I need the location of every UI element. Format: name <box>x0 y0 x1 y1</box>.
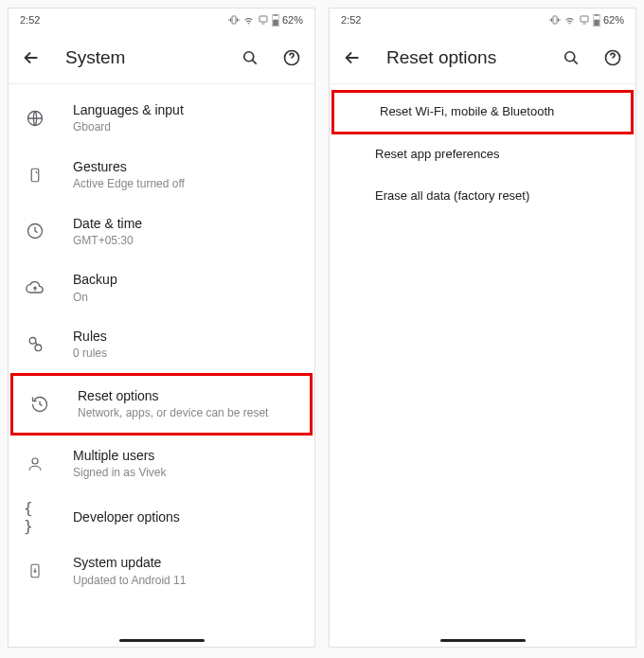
help-button[interactable] <box>280 46 303 69</box>
svg-rect-15 <box>581 16 588 22</box>
row-title: Gestures <box>73 158 299 175</box>
status-indicators: 62% <box>549 14 624 27</box>
row-title: Erase all data (factory reset) <box>375 188 620 205</box>
row-title: Date & time <box>73 215 299 232</box>
row-users[interactable]: Multiple users Signed in as Vivek <box>9 436 314 492</box>
row-sub: Network, apps, or device can be reset <box>78 406 295 421</box>
row-datetime[interactable]: Date & time GMT+05:30 <box>9 204 314 260</box>
row-title: Rules <box>73 328 299 345</box>
arrow-back-icon <box>342 47 363 68</box>
row-sub: Gboard <box>73 120 299 135</box>
status-time: 2:52 <box>20 14 40 26</box>
row-sub: On <box>73 291 299 306</box>
wifi-icon <box>242 14 255 27</box>
reset-list: Reset Wi-Fi, mobile & Bluetooth Reset ap… <box>330 84 635 647</box>
phone-system: 2:52 62% System Languages & input <box>8 8 315 648</box>
row-developer[interactable]: { } Developer options <box>9 491 314 542</box>
status-time: 2:52 <box>341 14 361 26</box>
status-bar: 2:52 62% <box>9 9 314 31</box>
row-title: Reset options <box>78 387 295 404</box>
search-icon <box>241 48 259 67</box>
row-rules[interactable]: Rules 0 rules <box>9 316 314 373</box>
svg-point-12 <box>32 458 38 464</box>
help-icon <box>603 48 622 67</box>
battery-percent: 62% <box>603 14 624 26</box>
search-icon <box>562 48 581 67</box>
header: System <box>9 31 314 84</box>
svg-rect-4 <box>273 19 278 25</box>
header: Reset options <box>330 31 635 84</box>
globe-icon <box>26 109 45 128</box>
help-button[interactable] <box>601 46 624 69</box>
svg-rect-1 <box>259 16 267 22</box>
row-sub: 0 rules <box>73 347 299 362</box>
restore-icon <box>30 395 49 414</box>
cloud-upload-icon <box>25 278 45 297</box>
row-title: Reset app preferences <box>375 147 620 163</box>
back-button[interactable] <box>20 46 43 69</box>
nav-pill[interactable] <box>440 639 526 642</box>
system-update-icon <box>27 560 43 581</box>
row-factory-reset[interactable]: Erase all data (factory reset) <box>330 176 635 218</box>
row-title: System update <box>73 554 299 571</box>
row-languages[interactable]: Languages & input Gboard <box>9 90 314 147</box>
row-reset-options[interactable]: Reset options Network, apps, or device c… <box>10 373 313 436</box>
search-button[interactable] <box>560 46 582 69</box>
svg-point-10 <box>29 338 36 345</box>
row-reset-wifi[interactable]: Reset Wi-Fi, mobile & Bluetooth <box>331 90 634 134</box>
row-title: Backup <box>73 271 299 288</box>
cast-icon <box>579 14 590 26</box>
search-button[interactable] <box>239 46 261 69</box>
phone-reset-options: 2:52 62% Reset options Reset Wi-Fi, mobi… <box>329 8 636 648</box>
row-sub: Active Edge turned off <box>73 177 299 192</box>
row-gestures[interactable]: Gestures Active Edge turned off <box>9 147 314 204</box>
clock-icon <box>26 222 45 240</box>
row-reset-app-prefs[interactable]: Reset app preferences <box>330 134 635 176</box>
row-title: Languages & input <box>73 101 299 118</box>
row-title: Reset Wi-Fi, mobile & Bluetooth <box>380 104 616 120</box>
row-backup[interactable]: Backup On <box>9 259 314 316</box>
row-sub: GMT+05:30 <box>73 234 299 249</box>
wifi-icon <box>564 14 576 27</box>
svg-point-11 <box>35 345 42 351</box>
vibrate-icon <box>228 14 240 26</box>
row-system-update[interactable]: System update Updated to Android 11 <box>9 542 314 599</box>
arrow-back-icon <box>21 47 42 68</box>
page-title: Reset options <box>386 47 537 68</box>
nav-pill[interactable] <box>119 639 205 642</box>
svg-rect-17 <box>595 14 598 16</box>
svg-rect-8 <box>31 169 39 182</box>
user-icon <box>27 454 44 473</box>
svg-point-19 <box>565 51 575 61</box>
svg-rect-14 <box>553 16 557 24</box>
svg-rect-0 <box>232 16 236 24</box>
svg-point-5 <box>244 51 254 61</box>
cast-icon <box>258 14 269 26</box>
battery-percent: 62% <box>282 14 303 26</box>
settings-list: Languages & input Gboard Gestures Active… <box>9 84 314 647</box>
back-button[interactable] <box>341 46 364 69</box>
svg-rect-3 <box>274 14 277 16</box>
help-icon <box>282 48 301 67</box>
status-indicators: 62% <box>228 14 303 27</box>
battery-icon <box>593 14 600 27</box>
status-bar: 2:52 62% <box>330 9 635 31</box>
battery-icon <box>272 14 279 27</box>
row-title: Multiple users <box>73 447 299 464</box>
page-title: System <box>65 47 216 68</box>
rules-icon <box>26 335 45 354</box>
row-sub: Signed in as Vivek <box>73 466 299 481</box>
row-sub: Updated to Android 11 <box>73 574 299 589</box>
vibrate-icon <box>549 14 561 26</box>
gesture-icon <box>27 166 44 185</box>
svg-rect-18 <box>594 19 599 25</box>
row-title: Developer options <box>73 508 299 525</box>
braces-icon: { } <box>24 499 46 535</box>
